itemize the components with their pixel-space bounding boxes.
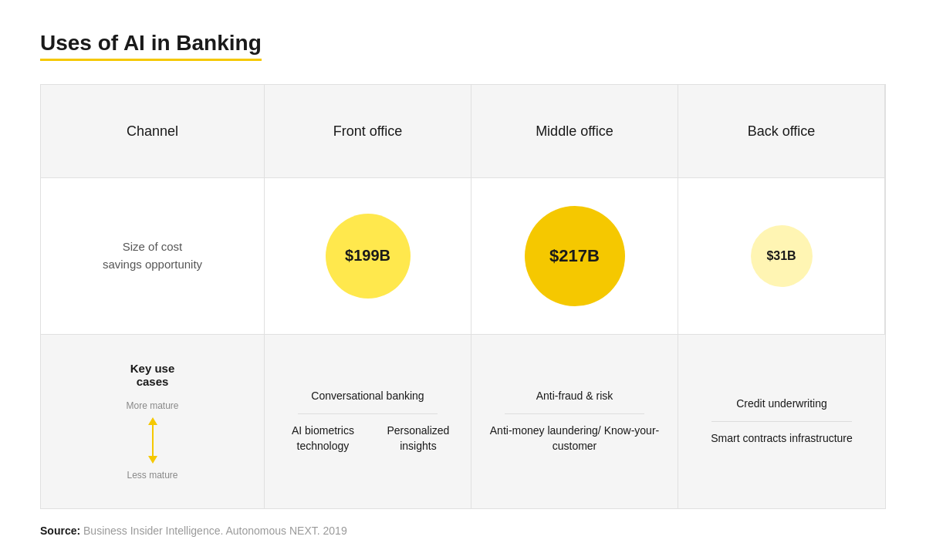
key-use-cases-label: Key usecases [130, 362, 175, 388]
main-table: Channel Front office Middle office Back … [40, 84, 886, 509]
middle-office-usecases-cell: Anti-fraud & risk Anti-money laundering/… [471, 335, 678, 508]
page-title: Uses of AI in Banking [40, 31, 262, 61]
front-office-usecases-cell: Conversational banking AI biometrics tec… [265, 335, 471, 508]
front-office-bottom: AI biometrics technology Personalized in… [280, 423, 455, 454]
maturity-arrow [148, 417, 157, 464]
back-office-usecase-top: Credit underwriting [736, 396, 827, 412]
back-office-usecase-bottom: Smart contracts infrastructure [711, 431, 853, 447]
savings-label-cell: Size of costsavings opportunity [41, 178, 265, 334]
source-text: Business Insider Intelligence. Autonomou… [83, 525, 347, 537]
middle-office-usecase-bottom: Anti-money laundering/ Know-your-custome… [487, 423, 662, 454]
arrow-shaft [152, 425, 154, 456]
front-office-bubble: $199B [326, 214, 411, 299]
table-grid: Channel Front office Middle office Back … [41, 85, 885, 508]
front-office-usecase-top: Conversational banking [311, 389, 424, 404]
source-section: Source: Business Insider Intelligence. A… [40, 525, 886, 537]
back-office-divider [711, 421, 852, 422]
back-office-usecases-cell: Credit underwriting Smart contracts infr… [678, 335, 885, 508]
title-section: Uses of AI in Banking [40, 31, 886, 61]
less-mature-label: Less mature [127, 470, 177, 481]
front-office-usecase-bottom-right: Personalized insights [381, 423, 455, 454]
arrow-down-icon [148, 456, 157, 464]
front-office-savings-cell: $199B [265, 178, 471, 334]
back-office-header: Back office [678, 85, 885, 178]
middle-office-savings-cell: $217B [471, 178, 678, 334]
middle-office-divider [505, 413, 645, 414]
middle-office-header: Middle office [471, 85, 678, 178]
middle-office-bubble: $217B [525, 206, 625, 306]
middle-office-usecase-top: Anti-fraud & risk [536, 389, 613, 404]
usecase-label-cell: Key usecases More mature Less mature [41, 335, 265, 508]
more-mature-label: More mature [126, 400, 178, 411]
arrow-up-icon [148, 417, 157, 425]
usecase-label-inner: Key usecases More mature Less mature [126, 362, 178, 481]
front-office-divider [298, 413, 438, 414]
maturity-indicator: More mature Less mature [126, 400, 178, 481]
front-office-header: Front office [265, 85, 471, 178]
back-office-savings-cell: $31B [678, 178, 885, 334]
savings-label: Size of costsavings opportunity [103, 238, 202, 273]
back-office-bubble: $31B [751, 225, 813, 287]
front-office-usecase-bottom-left: AI biometrics technology [280, 423, 366, 454]
channel-header: Channel [41, 85, 265, 178]
source-label: Source: [40, 525, 80, 537]
